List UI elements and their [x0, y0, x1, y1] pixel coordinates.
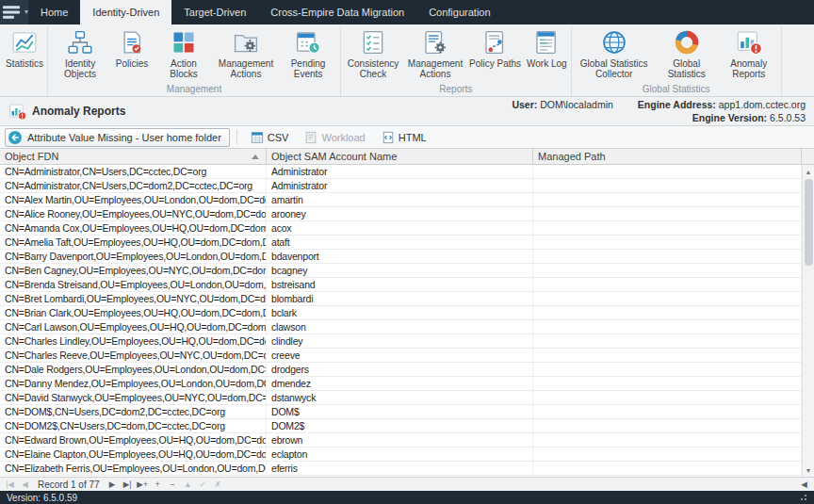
table-row[interactable]: CN=Elizabeth Ferris,OU=Employees,OU=Lond… — [0, 462, 802, 476]
cell-object-fdn: CN=Brenda Streisand,OU=Employees,OU=Lond… — [0, 278, 267, 291]
cell-object-fdn: CN=Amelia Taft,OU=Employees,OU=HQ,OU=dom… — [0, 236, 267, 249]
ribbon-button-global-statistics-collector[interactable]: Global Statistics Collector — [573, 25, 656, 84]
cell-object-sam-account-name: DOM$ — [267, 405, 533, 418]
column-header-object-fdn[interactable]: Object FDN — [0, 149, 267, 164]
table-row[interactable]: CN=Administrator,CN=Users,DC=dom2,DC=cct… — [0, 179, 802, 193]
folder-gear-icon — [233, 29, 259, 56]
tab-identity-driven[interactable]: Identity-Driven — [80, 0, 171, 24]
tab-target-driven[interactable]: Target-Driven — [171, 0, 258, 24]
table-row[interactable]: CN=Bret Lombardi,OU=Employees,OU=NYC,OU=… — [0, 292, 802, 306]
cell-object-sam-account-name: creeve — [267, 349, 533, 362]
table-row[interactable]: CN=Alice Rooney,OU=Employees,OU=NYC,OU=d… — [0, 207, 802, 221]
scrollbar-thumb[interactable] — [805, 179, 813, 266]
html-export-icon — [382, 131, 395, 144]
cell-managed-path — [533, 221, 802, 235]
nav-first-button[interactable]: |◀ — [3, 479, 17, 491]
checklist-icon — [360, 29, 386, 56]
table-row[interactable]: CN=Barry Davenport,OU=Employees,OU=Londo… — [0, 250, 802, 264]
cell-object-fdn: CN=Ben Cagney,OU=Employees,OU=NYC,OU=dom… — [0, 264, 267, 277]
table-row[interactable]: CN=Brian Clark,OU=Employees,OU=HQ,OU=dom… — [0, 306, 802, 320]
table-row[interactable]: CN=Carl Lawson,OU=Employees,OU=HQ,OU=dom… — [0, 320, 802, 334]
ribbon-button-action-blocks[interactable]: Action Blocks — [153, 25, 215, 84]
table-row[interactable]: CN=Brenda Streisand,OU=Employees,OU=Lond… — [0, 278, 802, 292]
cell-object-sam-account-name: Administrator — [267, 179, 533, 192]
ribbon-button-work-log[interactable]: Work Log — [524, 25, 570, 84]
cell-object-sam-account-name: eferris — [267, 462, 533, 475]
ribbon-button-pending-events[interactable]: Pending Events — [277, 25, 339, 84]
cell-object-fdn: CN=Elizabeth Ferris,OU=Employees,OU=Lond… — [0, 462, 267, 475]
cell-managed-path — [533, 391, 802, 404]
cell-managed-path — [533, 264, 802, 277]
table-row[interactable]: CN=Charles Lindley,OU=Employees,OU=HQ,OU… — [0, 334, 802, 349]
nav-add-button[interactable]: + — [151, 479, 165, 491]
ribbon-button-global-statistics[interactable]: Global Statistics — [656, 25, 718, 84]
table-row[interactable]: CN=DOM$,CN=Users,DC=dom2,DC=cctec,DC=org… — [0, 405, 802, 419]
nav-append-button[interactable]: ▶+ — [136, 479, 150, 491]
cell-managed-path — [533, 334, 802, 348]
ribbon-button-management-actions-report[interactable]: Management Actions — [404, 25, 466, 84]
resize-grip-icon[interactable] — [798, 493, 807, 502]
table-row[interactable]: CN=Elaine Clapton,OU=Employees,OU=HQ,OU=… — [0, 447, 802, 462]
ribbon-button-management-actions[interactable]: Management Actions — [215, 25, 277, 84]
cell-object-sam-account-name: bdavenport — [267, 250, 533, 263]
cell-managed-path — [533, 349, 802, 362]
engine-address-value: app1.dom.cctec.org — [719, 99, 806, 110]
tab-cross-empire-data-migration[interactable]: Cross-Empire Data Migration — [258, 0, 416, 24]
table-row[interactable]: CN=Ben Cagney,OU=Employees,OU=NYC,OU=dom… — [0, 264, 802, 278]
table-row[interactable]: CN=Amanda Cox,OU=Employees,OU=HQ,OU=dom,… — [0, 221, 802, 236]
back-arrow-icon — [8, 130, 23, 145]
column-header-object-sam-account-name[interactable]: Object SAM Account Name — [267, 149, 533, 164]
vertical-scrollbar[interactable]: ▲ ▼ — [802, 165, 814, 477]
cell-managed-path — [533, 236, 802, 249]
cell-object-fdn: CN=Administrator,CN=Users,DC=dom2,DC=cct… — [0, 179, 267, 192]
ribbon-tab-bar: ▾ Home Identity-Driven Target-Driven Cro… — [0, 0, 814, 24]
workload-button[interactable]: Workload — [298, 129, 371, 146]
cell-managed-path — [533, 419, 802, 432]
table-row[interactable]: CN=Alex Martin,OU=Employees,OU=London,OU… — [0, 193, 802, 207]
nav-remove-button[interactable]: − — [166, 479, 180, 491]
table-row[interactable]: CN=David Stanwyck,OU=Employees,OU=NYC,OU… — [0, 391, 802, 405]
tab-home[interactable]: Home — [28, 0, 80, 24]
table-row[interactable]: CN=Danny Mendez,OU=Employees,OU=London,O… — [0, 377, 802, 391]
hscroll-left-button[interactable]: ◀ — [797, 479, 811, 491]
nav-next-button[interactable]: ▶ — [106, 479, 120, 491]
cell-object-fdn: CN=Alice Rooney,OU=Employees,OU=NYC,OU=d… — [0, 207, 267, 220]
ribbon-button-policies[interactable]: Policies — [111, 25, 153, 84]
application-menu-button[interactable]: ▾ — [0, 0, 28, 24]
scroll-down-button[interactable]: ▼ — [803, 463, 814, 477]
nav-previous-button[interactable]: ◀ — [18, 479, 32, 491]
ribbon-button-statistics[interactable]: Statistics — [3, 25, 46, 84]
engine-info: User: DOM\localadmin Engine Address: app… — [512, 98, 806, 124]
cell-object-sam-account-name: clawson — [267, 320, 533, 333]
ribbon-button-identity-objects[interactable]: Identity Objects — [49, 25, 111, 84]
report-toolbar: Attribute Value Missing - User home fold… — [0, 126, 814, 149]
group-label: Global Statistics — [573, 84, 780, 96]
column-header-managed-path[interactable]: Managed Path — [533, 149, 802, 164]
record-count-label: Record 1 of 77 — [38, 480, 100, 490]
nav-last-button[interactable]: ▶| — [121, 479, 135, 491]
cell-object-sam-account-name: Administrator — [267, 165, 533, 178]
export-html-button[interactable]: HTML — [375, 129, 433, 146]
table-row[interactable]: CN=Amelia Taft,OU=Employees,OU=HQ,OU=dom… — [0, 236, 802, 250]
ribbon-button-consistency-check[interactable]: Consistency Check — [342, 25, 404, 84]
back-button[interactable]: Attribute Value Missing - User home fold… — [5, 128, 230, 147]
tab-configuration[interactable]: Configuration — [416, 0, 502, 24]
scroll-up-button[interactable]: ▲ — [803, 165, 814, 178]
export-csv-button[interactable]: CSV — [244, 129, 296, 146]
table-row[interactable]: CN=Administrator,CN=Users,DC=cctec,DC=or… — [0, 165, 802, 179]
sort-ascending-icon — [252, 154, 259, 159]
donut-chart-icon — [674, 29, 700, 56]
cell-object-sam-account-name: amartin — [267, 193, 533, 206]
nav-cancel-edit-button[interactable]: ✗ — [211, 479, 225, 491]
page-title: Anomaly Reports — [32, 105, 125, 118]
nav-end-edit-button[interactable]: ✓ — [196, 479, 210, 491]
table-row[interactable]: CN=DOM2$,CN=Users,DC=dom,DC=cctec,DC=org… — [0, 419, 802, 433]
table-row[interactable]: CN=Dale Rodgers,OU=Employees,OU=London,O… — [0, 363, 802, 377]
ribbon-button-anomaly-reports[interactable]: Anomaly Reports — [718, 25, 780, 84]
policy-document-icon — [119, 29, 145, 56]
nav-edit-button[interactable]: ▲ — [181, 479, 195, 491]
table-row[interactable]: CN=Edward Brown,OU=Employees,OU=HQ,OU=do… — [0, 433, 802, 447]
cell-managed-path — [533, 207, 802, 220]
table-row[interactable]: CN=Charles Reeve,OU=Employees,OU=NYC,OU=… — [0, 349, 802, 363]
ribbon-button-policy-paths[interactable]: Policy Paths — [466, 25, 524, 84]
